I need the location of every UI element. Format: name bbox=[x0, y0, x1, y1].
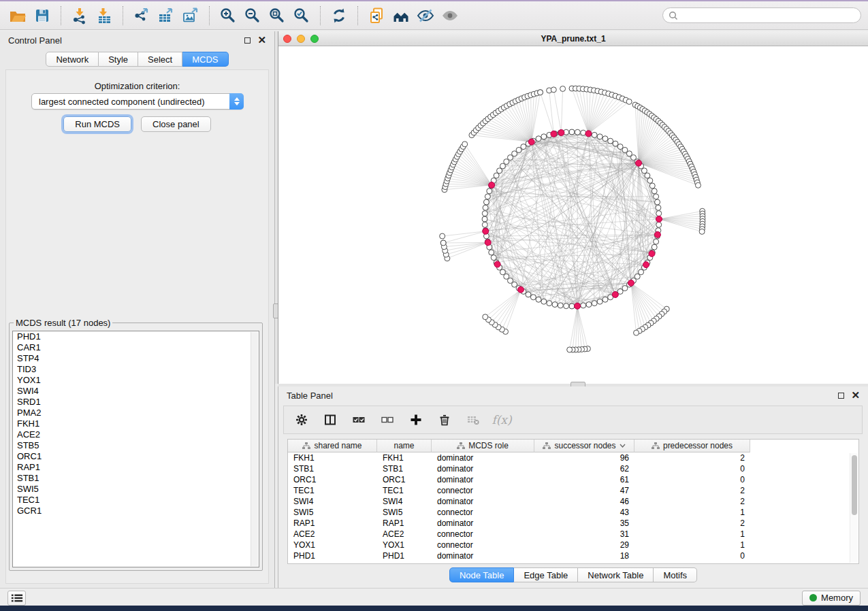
zoom-selected-icon[interactable] bbox=[291, 6, 312, 25]
import-network-icon[interactable] bbox=[69, 6, 90, 25]
network-node[interactable] bbox=[487, 188, 492, 194]
close-panel-icon[interactable]: ✕ bbox=[257, 37, 266, 44]
mcds-result-item[interactable]: TID3 bbox=[13, 364, 259, 375]
column-header-shared-name[interactable]: shared name bbox=[288, 440, 377, 452]
table-options-icon[interactable] bbox=[293, 412, 310, 427]
mcds-result-item[interactable]: SWI5 bbox=[13, 484, 259, 495]
clone-network-icon[interactable] bbox=[366, 6, 387, 25]
deselect-all-icon[interactable] bbox=[379, 412, 396, 427]
network-node[interactable] bbox=[551, 87, 556, 93]
export-image-icon[interactable] bbox=[180, 6, 201, 25]
mcds-result-item[interactable]: STP4 bbox=[13, 353, 259, 364]
mcds-hub-node[interactable] bbox=[643, 262, 649, 268]
tab-mcds[interactable]: MCDS bbox=[182, 52, 228, 67]
mcds-result-item[interactable]: PHD1 bbox=[13, 331, 259, 342]
mcds-result-item[interactable]: CAR1 bbox=[13, 342, 259, 353]
import-table-icon[interactable] bbox=[94, 6, 114, 25]
table-tab-node-table[interactable]: Node Table bbox=[449, 567, 515, 582]
mcds-hub-node[interactable] bbox=[636, 160, 642, 166]
network-node[interactable] bbox=[516, 147, 521, 152]
network-node[interactable] bbox=[440, 233, 445, 239]
network-node[interactable] bbox=[626, 99, 632, 104]
table-row[interactable]: SWI4SWI4dominator462 bbox=[288, 496, 858, 507]
run-mcds-button[interactable]: Run MCDS bbox=[63, 116, 131, 132]
network-node[interactable] bbox=[569, 303, 575, 309]
network-node[interactable] bbox=[462, 142, 468, 147]
network-node[interactable] bbox=[569, 129, 575, 135]
search-input[interactable] bbox=[678, 11, 861, 20]
network-node[interactable] bbox=[500, 269, 505, 275]
create-column-icon[interactable] bbox=[408, 412, 424, 427]
delete-column-icon[interactable] bbox=[436, 412, 453, 427]
tab-network[interactable]: Network bbox=[46, 52, 99, 67]
network-node[interactable] bbox=[483, 314, 488, 320]
mcds-result-item[interactable]: FKH1 bbox=[13, 418, 259, 429]
mcds-result-item[interactable]: PMA2 bbox=[13, 408, 259, 418]
table-row[interactable]: STB1STB1dominator620 bbox=[288, 463, 858, 474]
show-all-icon[interactable] bbox=[440, 6, 460, 25]
network-node[interactable] bbox=[536, 136, 541, 142]
mcds-hub-node[interactable] bbox=[528, 139, 534, 145]
mcds-result-list[interactable]: PHD1CAR1STP4TID3YOX1SWI4SRD1PMA2FKH1ACE2… bbox=[12, 331, 259, 567]
network-node[interactable] bbox=[602, 136, 608, 142]
network-node[interactable] bbox=[695, 182, 701, 188]
table-tab-network-table[interactable]: Network Table bbox=[578, 567, 654, 582]
mcds-result-item[interactable]: SRD1 bbox=[13, 397, 259, 408]
table-tab-edge-table[interactable]: Edge Table bbox=[514, 567, 578, 582]
criterion-dropdown[interactable]: largest connected component (undirected) bbox=[31, 93, 244, 110]
float-table-panel-icon[interactable] bbox=[838, 393, 844, 399]
mcds-result-item[interactable]: ORC1 bbox=[13, 451, 259, 462]
table-row[interactable]: RAP1RAP1dominator352 bbox=[288, 518, 858, 529]
mcds-hub-node[interactable] bbox=[483, 228, 489, 234]
network-node[interactable] bbox=[440, 240, 446, 246]
network-node[interactable] bbox=[655, 199, 660, 205]
close-panel-button[interactable]: Close panel bbox=[141, 116, 211, 132]
network-node[interactable] bbox=[597, 299, 602, 304]
network-node[interactable] bbox=[489, 250, 494, 255]
network-node[interactable] bbox=[547, 301, 552, 306]
mcds-result-item[interactable]: YOX1 bbox=[13, 375, 259, 386]
network-node[interactable] bbox=[482, 216, 487, 222]
network-node[interactable] bbox=[567, 347, 573, 352]
mcds-hub-node[interactable] bbox=[494, 261, 500, 267]
mcds-hub-node[interactable] bbox=[654, 231, 660, 237]
tab-select[interactable]: Select bbox=[138, 52, 182, 67]
column-header-name[interactable]: name bbox=[377, 440, 432, 452]
network-node[interactable] bbox=[541, 299, 547, 304]
network-node[interactable] bbox=[597, 134, 602, 139]
network-node[interactable] bbox=[530, 295, 536, 300]
network-node[interactable] bbox=[652, 188, 657, 194]
network-node[interactable] bbox=[602, 297, 608, 302]
zoom-out-icon[interactable] bbox=[242, 6, 263, 25]
select-all-icon[interactable] bbox=[351, 412, 367, 427]
mcds-result-item[interactable]: STB5 bbox=[13, 440, 259, 451]
network-titlebar[interactable]: YPA_prune.txt_1 bbox=[278, 31, 868, 46]
network-node[interactable] bbox=[613, 141, 618, 146]
network-node[interactable] bbox=[699, 229, 705, 234]
network-node[interactable] bbox=[536, 297, 541, 302]
network-node[interactable] bbox=[483, 199, 489, 205]
show-columns-icon[interactable] bbox=[322, 412, 338, 427]
network-node[interactable] bbox=[494, 173, 499, 178]
float-panel-icon[interactable] bbox=[244, 37, 251, 44]
network-node[interactable] bbox=[581, 130, 586, 135]
network-node[interactable] bbox=[483, 205, 488, 210]
close-table-panel-icon[interactable]: ✕ bbox=[851, 392, 860, 399]
network-node[interactable] bbox=[656, 222, 662, 227]
tab-style[interactable]: Style bbox=[99, 52, 138, 67]
network-node[interactable] bbox=[538, 90, 543, 95]
table-scrollbar-thumb[interactable] bbox=[852, 455, 857, 515]
network-node[interactable] bbox=[581, 303, 586, 308]
network-node[interactable] bbox=[656, 205, 661, 210]
network-node[interactable] bbox=[592, 132, 597, 137]
mcds-hub-node[interactable] bbox=[612, 291, 618, 297]
table-row[interactable]: TEC1TEC1connector472 bbox=[288, 485, 858, 496]
status-menu-button[interactable] bbox=[7, 591, 26, 606]
network-node[interactable] bbox=[622, 286, 628, 291]
table-row[interactable]: PHD1PHD1dominator180 bbox=[288, 550, 858, 561]
network-node[interactable] bbox=[586, 302, 592, 308]
network-node[interactable] bbox=[564, 303, 569, 309]
network-node[interactable] bbox=[608, 138, 613, 144]
network-node[interactable] bbox=[482, 222, 487, 227]
network-node[interactable] bbox=[641, 168, 647, 174]
